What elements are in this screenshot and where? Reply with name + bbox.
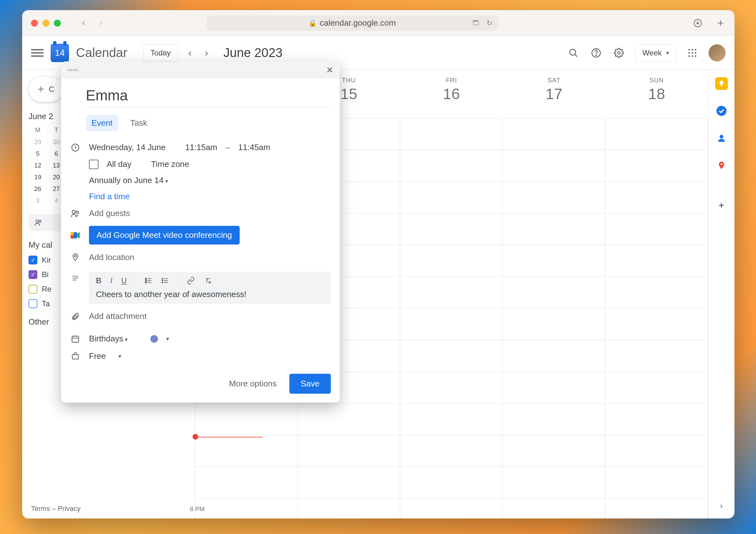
day-header[interactable]: SUN18	[605, 73, 708, 118]
svg-point-23	[72, 210, 75, 213]
tab-event[interactable]: Event	[86, 115, 119, 131]
plus-icon: +	[38, 83, 44, 96]
svg-point-7	[618, 52, 620, 54]
all-day-checkbox[interactable]	[89, 160, 98, 169]
add-addon-icon[interactable]: +	[715, 199, 728, 211]
clock-icon	[70, 143, 81, 152]
event-title-input[interactable]	[86, 84, 331, 107]
underline-icon[interactable]: U	[121, 276, 127, 285]
bold-icon[interactable]: B	[96, 276, 101, 285]
svg-rect-49	[72, 354, 78, 359]
svg-rect-27	[70, 232, 74, 235]
svg-point-10	[695, 49, 696, 50]
svg-point-19	[717, 106, 726, 115]
lock-icon: 🔒	[309, 19, 316, 27]
availability-select[interactable]: Free	[89, 351, 106, 361]
event-date[interactable]: Wednesday, 14 June	[89, 143, 166, 152]
contacts-icon[interactable]	[715, 132, 728, 144]
svg-point-8	[688, 49, 690, 50]
add-meet-button[interactable]: Add Google Meet video conferencing	[89, 226, 240, 244]
description-toolbar: B I U 123	[89, 272, 331, 290]
settings-icon[interactable]	[612, 46, 626, 60]
account-avatar[interactable]	[709, 44, 726, 62]
view-selector[interactable]: Week▾	[635, 44, 676, 62]
svg-point-29	[74, 255, 76, 257]
reload-icon[interactable]: ↻	[487, 19, 492, 27]
svg-rect-28	[70, 235, 74, 239]
forward-button[interactable]	[95, 17, 106, 29]
footer-links: Terms – Privacy	[31, 505, 80, 513]
add-guests-input[interactable]: Add guests	[89, 209, 130, 218]
minimize-window-button[interactable]	[42, 20, 49, 27]
clear-format-icon[interactable]	[204, 276, 212, 285]
close-window-button[interactable]	[31, 20, 38, 27]
time-label-8pm: 8 PM	[190, 505, 205, 513]
color-caret[interactable]: ▾	[166, 335, 169, 342]
downloads-icon[interactable]	[693, 18, 703, 28]
keep-icon[interactable]	[715, 77, 728, 90]
svg-point-44	[162, 282, 163, 283]
collapse-side-panel-icon[interactable]: ›	[715, 499, 728, 512]
tasks-icon[interactable]	[715, 104, 728, 117]
event-color-dot[interactable]	[150, 335, 158, 343]
traffic-lights	[31, 20, 61, 27]
privacy-link[interactable]: Privacy	[58, 505, 80, 513]
svg-point-18	[39, 220, 41, 222]
add-location-input[interactable]: Add location	[89, 252, 134, 262]
svg-line-4	[575, 54, 577, 57]
numbered-list-icon[interactable]: 123	[145, 277, 152, 284]
bullet-list-icon[interactable]	[161, 277, 169, 284]
find-time-link[interactable]: Find a time	[89, 192, 130, 201]
browser-chrome-bar: 🔒 calendar.google.com 🗔 ↻	[22, 10, 735, 36]
today-button[interactable]: Today	[143, 44, 178, 62]
event-create-popup: ══ ✕ Event Task Wednesday, 14 June 11:15…	[61, 62, 340, 403]
new-tab-icon[interactable]	[716, 18, 726, 28]
description-text[interactable]: Cheers to another year of awesomeness!	[89, 290, 331, 299]
current-period-label: June 2023	[224, 45, 283, 60]
side-panel: + ›	[708, 70, 735, 519]
close-icon[interactable]: ✕	[326, 65, 333, 75]
google-apps-icon[interactable]	[686, 46, 699, 60]
maps-icon[interactable]	[715, 159, 728, 172]
recurrence-select[interactable]: Annually on June 14	[89, 176, 168, 185]
svg-point-12	[692, 52, 693, 53]
back-button[interactable]	[78, 17, 89, 29]
app-logo: 14	[51, 44, 69, 62]
menu-icon[interactable]	[31, 49, 44, 57]
terms-link[interactable]: Terms	[31, 505, 50, 513]
url-bar[interactable]: 🔒 calendar.google.com 🗔 ↻	[207, 15, 498, 31]
search-icon[interactable]	[567, 46, 580, 60]
prev-period-button[interactable]: ‹	[185, 47, 195, 59]
svg-point-24	[76, 211, 79, 213]
translate-icon[interactable]: 🗔	[472, 19, 479, 27]
time-zone-button[interactable]: Time zone	[151, 159, 189, 169]
availability-caret[interactable]: ▾	[119, 353, 121, 360]
svg-rect-45	[72, 336, 79, 342]
svg-point-20	[719, 135, 723, 139]
tab-task[interactable]: Task	[125, 115, 153, 131]
calendar-select[interactable]: Birthdays	[89, 334, 127, 344]
italic-icon[interactable]: I	[110, 276, 112, 285]
create-button[interactable]: + C	[29, 77, 63, 102]
svg-point-21	[720, 163, 722, 165]
maximize-window-button[interactable]	[54, 20, 61, 27]
day-header[interactable]: SAT17	[503, 73, 605, 118]
availability-icon	[70, 352, 81, 360]
start-time[interactable]: 11:15am	[185, 143, 217, 152]
day-header[interactable]: FRI16	[400, 73, 503, 118]
calendar-select-icon	[70, 334, 81, 343]
attachment-icon	[70, 312, 81, 321]
link-icon[interactable]	[187, 276, 195, 285]
drag-handle-icon[interactable]: ══	[68, 66, 78, 74]
add-attachment-button[interactable]: Add attachment	[89, 311, 147, 321]
more-options-button[interactable]: More options	[223, 374, 283, 393]
svg-text:3: 3	[145, 281, 147, 283]
next-period-button[interactable]: ›	[202, 47, 211, 59]
meet-icon	[70, 231, 81, 239]
url-text: calendar.google.com	[320, 18, 396, 28]
svg-point-11	[688, 52, 690, 53]
end-time[interactable]: 11:45am	[238, 143, 270, 152]
save-button[interactable]: Save	[289, 374, 331, 394]
help-icon[interactable]	[589, 46, 603, 60]
svg-point-9	[692, 49, 693, 50]
